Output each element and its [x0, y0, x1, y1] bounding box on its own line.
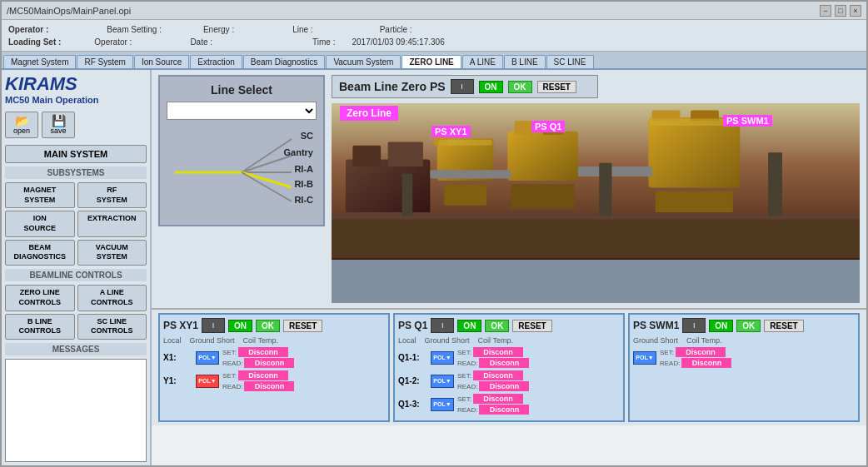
tab-vacuum-system[interactable]: Vacuum System	[326, 55, 401, 68]
ps-swm1-toggle[interactable]: I	[682, 318, 706, 333]
ps-xy1-ok-button[interactable]: OK	[256, 320, 280, 332]
beam-area: Beam Line Zero PS I ON OK RESET	[332, 75, 860, 303]
tab-rf-system[interactable]: RF System	[77, 55, 132, 68]
tab-zero-line[interactable]: ZERO LINE	[402, 55, 461, 68]
tab-sc-line[interactable]: SC LINE	[546, 55, 594, 68]
sidebar-item-rf-system[interactable]: RFSYSTEM	[77, 182, 147, 208]
ps-xy1-y1-pol-text: POL▼	[198, 378, 216, 384]
beam-line-ok-button[interactable]: OK	[508, 81, 532, 93]
ps-xy1-toggle[interactable]: I	[202, 318, 225, 333]
right-content: Line Select SC Gantry RI-A RI-B RI-C	[152, 70, 866, 465]
open-icon: 📂	[15, 115, 29, 127]
open-label: open	[13, 127, 30, 135]
sidebar-item-b-line-controls[interactable]: B LINECONTROLS	[5, 314, 75, 340]
ps-xy1-y1-row: Y1: POL▼ SET: Disconn READ: Disconn	[163, 370, 385, 391]
line-sc-label: SC	[301, 131, 313, 141]
ps-q1-toggle[interactable]: I	[431, 318, 454, 333]
ps-q1-q11-row: Q1-1: POL▼ SET: Disconn READ: Disconn	[398, 347, 620, 368]
beam-line-toggle[interactable]: I	[451, 79, 474, 94]
ps-xy1-on-button[interactable]: ON	[228, 320, 252, 332]
svg-rect-28	[438, 140, 491, 146]
sidebar-item-extraction[interactable]: EXTRACTION	[77, 211, 147, 236]
sidebar-item-vacuum-system[interactable]: VACUUMSYSTEM	[77, 240, 147, 266]
ps-q1-ok-button[interactable]: OK	[485, 320, 509, 332]
ps-xy1-y1-pol[interactable]: POL▼	[196, 375, 219, 388]
info-row-1: Operator : Beam Setting : Energy : Line …	[8, 23, 860, 36]
ps-swm1-ok-button[interactable]: OK	[736, 320, 761, 332]
ps-swm1-set-value: Disconn	[676, 347, 726, 357]
ps-swm1-panel: PS SWM1 I ON OK RESET Ground Short Coil …	[628, 313, 860, 422]
ps-q1-q11-pol[interactable]: POL▼	[431, 351, 454, 365]
ps-swm1-sub-labels: Ground Short Coil Temp.	[633, 336, 855, 345]
beam-viz: PS XY1 PS Q1 PS SWM1 Zero Line	[332, 103, 860, 303]
tab-magnet-system[interactable]: Magnet System	[3, 55, 76, 68]
sidebar-item-sc-line-controls[interactable]: SC LINECONTROLS	[77, 314, 147, 340]
ps-q1-q12-set-value: Disconn	[473, 370, 523, 380]
line-select-dropdown[interactable]: SC Gantry RI-A RI-B RI-C	[167, 102, 317, 120]
line-label: Line :	[292, 23, 312, 36]
ps-xy1-local-label: Local	[163, 336, 182, 345]
beamline-controls-label: BEAMLINE CONTROLS	[5, 269, 147, 281]
ps-q1-q13-set-read: SET: Disconn READ: Disconn	[457, 394, 529, 415]
beam-line-title: Beam Line Zero PS	[339, 80, 446, 93]
ps-q1-q12-pol[interactable]: POL▼	[431, 375, 454, 388]
ps-q1-q11-set-value: Disconn	[473, 347, 523, 357]
info-bar: Operator : Beam Setting : Energy : Line …	[2, 20, 866, 52]
ps-swm1-reset-button[interactable]: RESET	[764, 320, 803, 332]
close-button[interactable]: ×	[850, 5, 861, 17]
messages-box	[5, 359, 147, 462]
tab-beam-diagnostics[interactable]: Beam Diagnostics	[243, 55, 326, 68]
sidebar-item-a-line-controls[interactable]: A LINECONTROLS	[77, 285, 147, 311]
tab-b-line[interactable]: B LINE	[504, 55, 546, 68]
tab-a-line[interactable]: A LINE	[462, 55, 503, 68]
svg-line-5	[242, 172, 292, 201]
maximize-button[interactable]: □	[835, 5, 846, 17]
ps-xy1-panel: PS XY1 I ON OK RESET Local Ground Short …	[158, 313, 390, 422]
ps-q1-q12-row: Q1-2: POL▼ SET: Disconn READ: Disconn	[398, 370, 620, 391]
svg-rect-23	[332, 216, 860, 258]
ps-xy1-x1-set-read: SET: Disconn READ: Disconn	[222, 347, 294, 368]
top-panel: Line Select SC Gantry RI-A RI-B RI-C	[152, 70, 866, 309]
ps-swm1-ground-label: Ground Short	[633, 336, 678, 345]
ps-q1-local-label: Local	[398, 336, 417, 345]
sidebar-item-zero-line-controls[interactable]: ZERO LINECONTROLS	[5, 285, 75, 311]
beam-line-on-button[interactable]: ON	[479, 81, 503, 93]
ps-xy1-reset-button[interactable]: RESET	[283, 320, 322, 332]
energy-label: Energy :	[203, 23, 234, 36]
line-gantry-label: Gantry	[284, 147, 313, 157]
logo-name: KIRAMS	[5, 73, 98, 95]
tab-ion-source[interactable]: Ion Source	[134, 55, 189, 68]
ps-swm1-on-button[interactable]: ON	[709, 320, 733, 332]
line-ria-label: RI-A	[294, 164, 313, 174]
subsystems-grid: MAGNETSYSTEM RFSYSTEM IONSOURCE EXTRACTI…	[5, 182, 147, 266]
ps-xy1-viz-label: PS XY1	[432, 127, 471, 137]
ps-swm1-pol[interactable]: POL▼	[633, 351, 656, 365]
ps-q1-q13-set-value: Disconn	[473, 394, 523, 404]
ps-q1-q13-pol[interactable]: POL▼	[431, 398, 454, 411]
ps-q1-coil-label: Coil Temp.	[478, 336, 513, 345]
sidebar-item-beam-diagnostics[interactable]: BEAMDIAGNOSTICS	[5, 240, 75, 266]
ps-swm1-pol-text: POL▼	[636, 355, 653, 360]
minimize-button[interactable]: −	[820, 5, 831, 17]
svg-rect-26	[599, 163, 611, 216]
save-button[interactable]: 💾 save	[42, 112, 75, 138]
svg-rect-21	[430, 170, 511, 178]
line-select-panel: Line Select SC Gantry RI-A RI-B RI-C	[158, 75, 325, 226]
tab-extraction[interactable]: Extraction	[190, 55, 242, 68]
ps-xy1-x1-label: X1:	[163, 353, 192, 362]
main-system-button[interactable]: MAIN SYSTEM	[5, 145, 147, 163]
ps-q1-on-button[interactable]: ON	[457, 320, 481, 332]
particle-label: Particle :	[380, 23, 412, 36]
beam-line-reset-button[interactable]: RESET	[537, 81, 576, 93]
beam-line-header: Beam Line Zero PS I ON OK RESET	[332, 75, 598, 98]
ps-q1-ground-label: Ground Short	[425, 336, 470, 345]
ps-q1-header: PS Q1 I ON OK RESET	[398, 318, 620, 333]
sidebar-item-magnet-system[interactable]: MAGNETSYSTEM	[5, 182, 75, 208]
ps-xy1-x1-pol[interactable]: POL▼	[196, 351, 219, 365]
sidebar-item-ion-source[interactable]: IONSOURCE	[5, 211, 75, 236]
open-button[interactable]: 📂 open	[5, 112, 38, 138]
ps-q1-q11-label: Q1-1:	[398, 353, 427, 362]
ps-q1-q12-read-value: Disconn	[479, 381, 529, 391]
sidebar: KIRAMS MC50 Main Operation 📂 open 💾 save…	[2, 70, 152, 465]
ps-q1-reset-button[interactable]: RESET	[512, 320, 551, 332]
